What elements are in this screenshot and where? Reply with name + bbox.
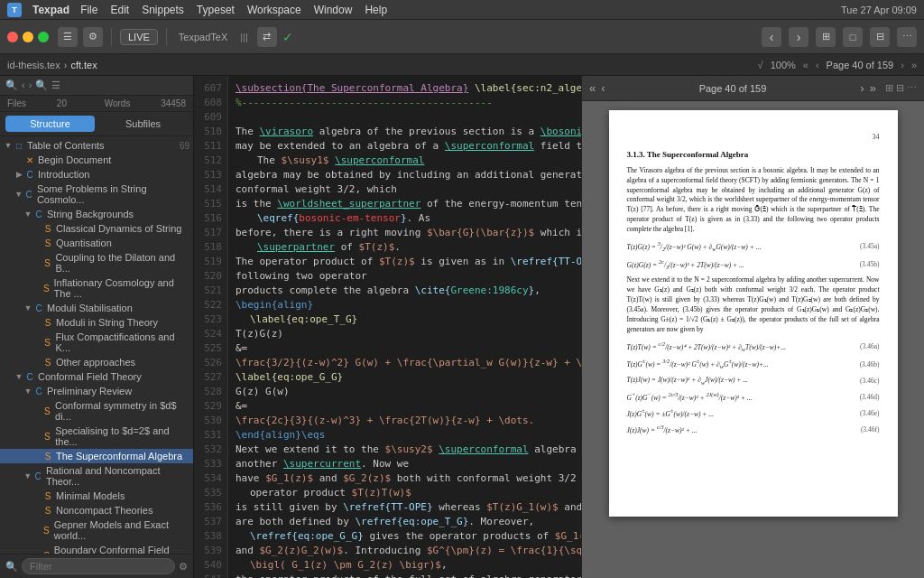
pdf-nav-left[interactable]: ‹ — [601, 81, 605, 95]
tree-item-inflationary[interactable]: S Inflationary Cosmology and The ... — [0, 275, 193, 301]
tree-item-cft[interactable]: ▼ C Conformal Field Theory — [0, 369, 193, 384]
toolbar: ☰ ⚙ LIVE TexpadTeX ||| ⇄ ✓ ‹ › ⊞ □ ⊟ ⋯ — [0, 20, 924, 54]
nav-left[interactable]: ‹ — [816, 60, 819, 70]
nav-all-left[interactable]: « — [803, 60, 808, 70]
editor-content[interactable]: 607 608 609 510 511 512 513 514 515 516 … — [194, 76, 581, 578]
menu-snippets[interactable]: Snippets — [142, 4, 184, 16]
close-button[interactable] — [7, 32, 18, 42]
icon-back[interactable]: ‹ — [22, 79, 25, 91]
view-mode-button[interactable]: ⊞ — [816, 27, 836, 47]
tree-item-noncompact[interactable]: S Noncompact Theories — [0, 503, 193, 517]
tree-label: Noncompact Theories — [56, 505, 152, 516]
c-icon: C — [32, 303, 45, 313]
pdf-view-modes: ⊞ ⊟ ⋯ — [885, 82, 917, 94]
tree-item-coupling[interactable]: S Coupling to the Dilaton and B... — [0, 250, 193, 275]
s-icon: S — [42, 258, 54, 268]
c-icon: C — [32, 210, 45, 219]
menu-edit[interactable]: Edit — [110, 4, 129, 16]
tab-subfiles[interactable]: Subfiles — [98, 116, 188, 132]
pdf-nav-right[interactable]: › — [860, 81, 864, 95]
tree-item-string-bg[interactable]: ▼ C String Backgrounds — [0, 207, 193, 221]
nav-back-button[interactable]: ‹ — [762, 27, 781, 47]
nav-all-right[interactable]: » — [911, 60, 917, 70]
tree-item-toc[interactable]: ▼ □ Table of Contents 69 — [0, 138, 193, 153]
tree-label: Rational and Noncompact Theor... — [46, 465, 189, 487]
tree-item-other[interactable]: S Other approaches — [0, 355, 193, 369]
filter-input[interactable] — [22, 558, 175, 574]
pdf-view-icon-1[interactable]: ⊞ — [885, 82, 893, 93]
pdf-view-icon-2[interactable]: ⊟ — [896, 82, 904, 93]
pdf-more-icon[interactable]: ⋯ — [907, 82, 917, 93]
tree-item-quantisation[interactable]: S Quantisation — [0, 236, 193, 250]
pdf-nav-all-left[interactable]: « — [589, 81, 596, 95]
tree-item-flux[interactable]: S Flux Compactifications and K... — [0, 330, 193, 355]
tree-label: Gepner Models and Exact world... — [54, 519, 189, 541]
sync-button[interactable]: ⇄ — [257, 27, 277, 47]
filter-icon: 🔍 — [5, 561, 18, 573]
pdf-page-number: 34 — [627, 132, 880, 142]
live-button[interactable]: LIVE — [120, 29, 158, 45]
icon-magnify[interactable]: 🔍 — [35, 79, 48, 91]
settings-button[interactable]: ⚙ — [83, 27, 103, 47]
pdf-paragraph-1: The Virasoro algebra of the previous sec… — [627, 166, 880, 235]
sidebar-stats: Files 20 Words 34458 — [0, 96, 193, 112]
tree-item-moduli-st[interactable]: S Moduli in String Theory — [0, 315, 193, 330]
pdf-toolbar: « ‹ Page 40 of 159 › » ⊞ ⊟ ⋯ — [582, 76, 924, 101]
tree-item-moduli[interactable]: ▼ C Moduli Stabilisation — [0, 301, 193, 315]
tree-label: Specialising to $d=2$ and the... — [55, 425, 189, 447]
icon-list[interactable]: ☰ — [51, 79, 60, 91]
tab-cft[interactable]: cft.tex — [70, 60, 97, 70]
tree-item-prelim[interactable]: ▼ C Preliminary Review — [0, 384, 193, 398]
tab-thesis[interactable]: id-thesis.tex — [7, 60, 60, 70]
s-icon: S — [41, 284, 52, 294]
tree-item-gepner[interactable]: S Gepner Models and Exact world... — [0, 517, 193, 543]
pdf-page-info: Page 40 of 159 — [699, 83, 767, 94]
nav-forward-button[interactable]: › — [789, 27, 808, 47]
tree-item-string-cosmo[interactable]: ▼ C Some Problems in String Cosmolo... — [0, 182, 193, 207]
arrow-icon: ▼ — [14, 372, 23, 381]
menu-workspace[interactable]: Workspace — [247, 4, 301, 16]
typeset-label: TexpadTeX — [175, 32, 231, 42]
tree-item-begin[interactable]: ✕ Begin Document — [0, 153, 193, 167]
eq-num-2: (3.45b) — [860, 260, 880, 270]
tree-item-boundary[interactable]: S Boundary Conformal Field Theory — [0, 543, 193, 554]
menu-items: File Edit Snippets Typeset Workspace Win… — [80, 4, 387, 16]
tree-item-rational[interactable]: ▼ C Rational and Noncompact Theor... — [0, 463, 193, 489]
tree-item-specialising[interactable]: S Specialising to $d=2$ and the... — [0, 424, 193, 449]
sidebar-search-bar: 🔍 ‹ › 🔍 ☰ — [0, 76, 193, 96]
tree-item-intro[interactable]: ▶ C Introduction — [0, 167, 193, 182]
preview-button[interactable]: □ — [843, 27, 863, 47]
split-button[interactable]: ⊟ — [870, 27, 890, 47]
menu-window[interactable]: Window — [314, 4, 353, 16]
tree-item-conf-sym[interactable]: S Conformal symmetry in $d$ di... — [0, 398, 193, 424]
pdf-nav-all-right[interactable]: » — [870, 81, 876, 95]
files-count: 20 — [57, 98, 67, 108]
code-editor[interactable]: \subsection{The Superconformal Algebra} … — [228, 76, 581, 578]
tree-item-classical[interactable]: S Classical Dynamics of String — [0, 221, 193, 236]
maximize-button[interactable] — [38, 32, 49, 42]
tree-label: The Superconformal Algebra — [56, 451, 182, 461]
check-icon: ✓ — [282, 30, 293, 44]
pdf-page: 34 3.1.3. The Superconformal Algebra The… — [609, 110, 898, 517]
tree-item-minimal[interactable]: S Minimal Models — [0, 489, 193, 503]
pdf-content[interactable]: 34 3.1.3. The Superconformal Algebra The… — [582, 101, 924, 578]
eq-lhs-4: T(z)G±(w) = 3/2/(z−w)² G±(w) + ∂wG±(w)/(… — [627, 358, 769, 371]
s-icon: S — [42, 318, 54, 328]
arrow-placeholder: ▶ — [14, 170, 23, 179]
menu-file[interactable]: File — [80, 4, 97, 16]
menu-typeset[interactable]: Typeset — [197, 4, 235, 16]
tree-label: Moduli Stabilisation — [47, 303, 133, 313]
settings-icon[interactable]: ⚙ — [179, 561, 188, 573]
more-button[interactable]: ⋯ — [897, 27, 917, 47]
tab-structure[interactable]: Structure — [5, 116, 95, 132]
c-icon: C — [23, 372, 36, 382]
sidebar-toggle-button[interactable]: ☰ — [58, 27, 78, 47]
minimize-button[interactable] — [23, 32, 33, 42]
s-icon: ✕ — [23, 155, 36, 165]
menu-help[interactable]: Help — [365, 4, 387, 16]
icon-forward[interactable]: › — [29, 79, 32, 91]
nav-right[interactable]: › — [901, 60, 904, 70]
tree-item-superconf[interactable]: S The Superconformal Algebra — [0, 449, 193, 463]
s-icon: S — [42, 506, 54, 516]
arrow-icon: ▼ — [14, 190, 23, 199]
